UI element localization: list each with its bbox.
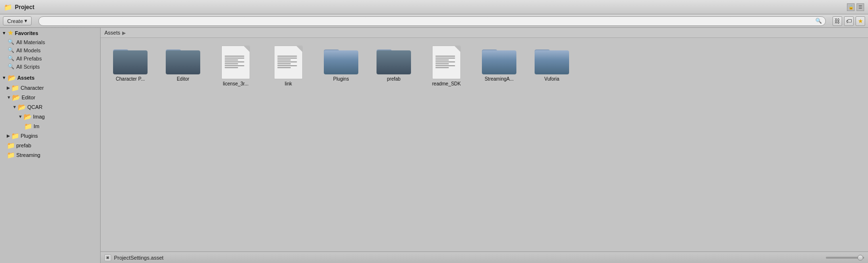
doc-line <box>225 67 238 68</box>
fav-label-3: All Prefabs <box>16 56 42 61</box>
fav-item-all-prefabs[interactable]: 🔍 All Prefabs <box>6 54 100 62</box>
tree-label-prefab: prefab <box>16 143 31 148</box>
asset-item[interactable]: Editor <box>159 44 207 88</box>
zoom-slider[interactable] <box>826 257 864 259</box>
tree-label-plugins: Plugins <box>21 133 38 139</box>
doc-thumb <box>221 46 250 79</box>
doc-thumb <box>274 46 303 79</box>
doc-lines <box>224 55 248 69</box>
status-bar: ▣ ProjectSettings.asset <box>101 251 868 263</box>
tree-item-plugins[interactable]: ▶ 📁 Plugins <box>0 131 100 141</box>
folder-body <box>377 50 411 74</box>
toolbar-right-icons: ⛓ 🏷 ★ <box>833 16 865 26</box>
folder-body <box>324 50 358 74</box>
favorites-section-header[interactable]: ▼ ★ Favorites <box>0 28 100 38</box>
title-bar-controls: 🔒 ☰ <box>847 3 864 11</box>
doc-line <box>225 60 238 60</box>
folder-thumb <box>113 46 148 74</box>
asset-item[interactable]: link <box>264 44 312 88</box>
tree-item-imag[interactable]: ▼ 📂 Imag <box>0 112 100 121</box>
folder-icon-plugins: 📁 <box>11 132 19 140</box>
doc-lines <box>276 55 300 69</box>
folder-body <box>482 50 516 74</box>
asset-label: Plugins <box>333 76 349 82</box>
main-area: ▼ ★ Favorites 🔍 All Materials 🔍 All Mode… <box>0 28 868 263</box>
folder-body <box>535 50 569 74</box>
search-input[interactable] <box>38 16 826 26</box>
assets-section: ▼ 📂 Assets ▶ 📁 Character ▼ 📂 Editor ▼ <box>0 71 100 160</box>
breadcrumb-arrow: ▶ <box>122 30 126 36</box>
assets-folder-icon: 📂 <box>8 74 16 82</box>
folder-icon-streaming: 📁 <box>7 151 15 159</box>
assets-label: Assets <box>17 75 34 81</box>
tree-arrow-qcar: ▼ <box>12 105 17 109</box>
tree-label-qcar: QCAR <box>27 104 43 110</box>
fav-item-all-scripts[interactable]: 🔍 All Scripts <box>6 62 100 71</box>
tree-label-character: Character <box>21 85 44 91</box>
tree-item-prefab[interactable]: 📁 prefab <box>0 141 100 150</box>
search-orange-icon-4: 🔍 <box>8 63 14 70</box>
folder-thumb <box>324 46 358 74</box>
doc-corner <box>244 46 250 52</box>
doc-line <box>435 60 449 60</box>
slider-thumb <box>857 255 863 261</box>
favorites-items: 🔍 All Materials 🔍 All Models 🔍 All Prefa… <box>0 38 100 71</box>
folder-thumb <box>166 46 200 74</box>
star-icon-button[interactable]: ★ <box>856 16 865 26</box>
doc-line <box>277 67 291 68</box>
asset-item[interactable]: Character P... <box>106 44 154 88</box>
folder-icon-prefab: 📁 <box>7 142 15 149</box>
folder-icon-character: 📁 <box>11 84 19 92</box>
doc-line <box>225 65 244 66</box>
folder-body <box>166 50 200 74</box>
file-icon: ▣ <box>104 254 111 261</box>
tree-arrow-plugins: ▶ <box>7 133 10 138</box>
menu-icon[interactable]: ☰ <box>857 3 864 11</box>
doc-line <box>277 58 297 59</box>
folder-thumb <box>377 46 411 74</box>
fav-item-all-models[interactable]: 🔍 All Models <box>6 46 100 54</box>
connect-icon-button[interactable]: ⛓ <box>833 16 842 26</box>
doc-line <box>435 63 449 64</box>
folder-body <box>113 50 148 74</box>
assets-section-header[interactable]: ▼ 📂 Assets <box>0 72 100 83</box>
folder-thumb <box>535 46 569 74</box>
search-wrapper: 🔍 <box>38 16 826 26</box>
slider-track <box>826 257 864 259</box>
create-button[interactable]: Create ▾ <box>3 16 32 25</box>
doc-line <box>225 63 238 64</box>
asset-item[interactable]: Vuforia <box>528 44 576 88</box>
asset-item[interactable]: license_3r... <box>212 44 260 88</box>
asset-item[interactable]: StreamingA... <box>475 44 523 88</box>
right-panel: Assets ▶ Character P... Editor <box>101 28 868 263</box>
search-orange-icon: 🔍 <box>8 39 14 45</box>
window-title: Project <box>15 4 34 11</box>
toolbar: Create ▾ 🔍 ⛓ 🏷 ★ <box>0 14 868 28</box>
asset-label: prefab <box>387 76 400 82</box>
sidebar-scroll: ▼ ★ Favorites 🔍 All Materials 🔍 All Mode… <box>0 28 100 263</box>
tree-item-im[interactable]: 📁 Im <box>0 121 100 131</box>
lock-icon[interactable]: 🔒 <box>847 3 855 11</box>
breadcrumb-label: Assets <box>104 30 120 36</box>
favorites-label: Favorites <box>15 30 38 36</box>
tree-item-qcar[interactable]: ▼ 📂 QCAR <box>0 102 100 112</box>
tree-item-streaming[interactable]: 📁 Streaming <box>0 150 100 160</box>
asset-item[interactable]: prefab <box>370 44 418 88</box>
sidebar: ▼ ★ Favorites 🔍 All Materials 🔍 All Mode… <box>0 28 101 263</box>
search-orange-icon-2: 🔍 <box>8 47 14 53</box>
fav-label-4: All Scripts <box>16 64 40 70</box>
doc-line <box>277 65 297 66</box>
doc-line <box>277 61 297 62</box>
tag-icon-button[interactable]: 🏷 <box>844 16 854 26</box>
tree-item-editor[interactable]: ▼ 📂 Editor <box>0 93 100 102</box>
asset-item[interactable]: readme_SDK <box>423 44 470 88</box>
fav-item-all-materials[interactable]: 🔍 All Materials <box>6 38 100 46</box>
tree-item-character[interactable]: ▶ 📁 Character <box>0 83 100 93</box>
doc-line <box>225 61 244 62</box>
folder-thumb <box>482 46 516 74</box>
doc-corner <box>455 46 460 52</box>
status-filename: ProjectSettings.asset <box>114 255 823 261</box>
doc-line <box>435 56 455 57</box>
title-bar: 📁 Project 🔒 ☰ <box>0 0 868 14</box>
asset-item[interactable]: Plugins <box>317 44 365 88</box>
